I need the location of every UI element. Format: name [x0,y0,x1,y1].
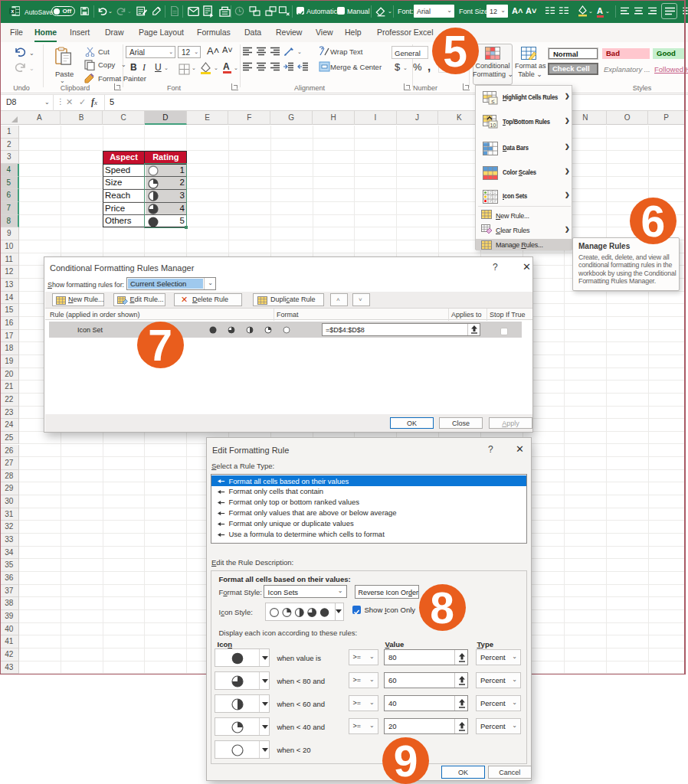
svg-text:x: x [11,8,14,15]
svg-text:10: 10 [490,122,496,128]
svg-text:≤: ≤ [491,98,495,105]
